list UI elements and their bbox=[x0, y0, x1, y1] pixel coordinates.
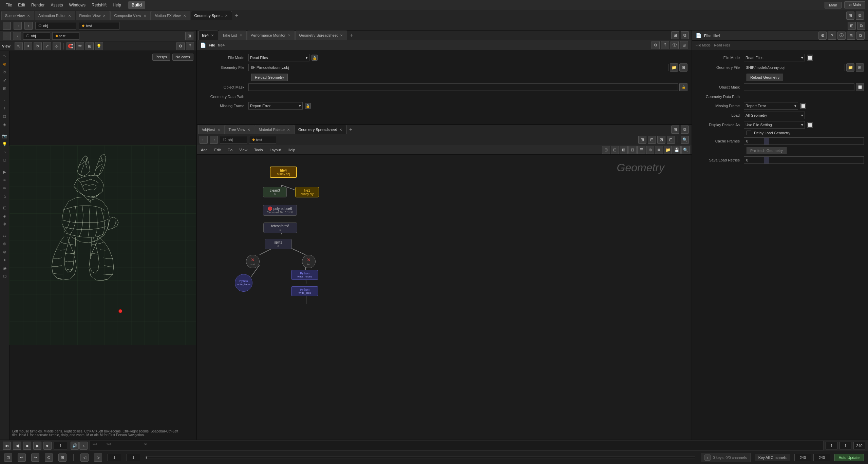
vp-path-test[interactable]: ◆ test bbox=[52, 32, 79, 40]
tab-scene-view-close[interactable]: ✕ bbox=[26, 14, 31, 18]
ne-path-obj[interactable]: ⬡ obj bbox=[220, 136, 247, 143]
tab-file4-close[interactable]: ✕ bbox=[210, 33, 214, 38]
sb-frame-input1[interactable] bbox=[108, 454, 121, 461]
tab-render-view-close[interactable]: ✕ bbox=[102, 14, 106, 18]
icon-sculpt[interactable]: ⌂ bbox=[1, 193, 8, 200]
node-python-write-nodes[interactable]: Python write_nodes bbox=[291, 270, 318, 280]
viewport-3d[interactable]: Persp▾ No cam▾ Left mouse tumbles. Middl… bbox=[10, 51, 196, 440]
tab-obj-test-close[interactable]: ✕ bbox=[217, 128, 221, 132]
prop-missing-frame-lock-top[interactable]: 🔒 bbox=[305, 103, 311, 109]
menu-edit[interactable]: Edit bbox=[15, 1, 28, 9]
outer-tab-add[interactable]: + bbox=[347, 31, 356, 39]
ne-fwd-btn[interactable]: → bbox=[210, 136, 218, 144]
vp-back-btn[interactable]: ← bbox=[3, 32, 11, 40]
icon-paint[interactable]: ✏ bbox=[1, 185, 8, 192]
tab-tree-view[interactable]: Tree View ✕ bbox=[225, 125, 255, 134]
menu-windows[interactable]: Windows bbox=[66, 1, 88, 9]
icon-points[interactable]: · bbox=[1, 96, 8, 104]
ne-menu-layout[interactable]: Layout bbox=[268, 147, 283, 153]
prop-geo-file-input[interactable] bbox=[744, 64, 845, 71]
tool-snap[interactable]: 🧲 bbox=[67, 42, 75, 50]
prop-missing-frame-dropdown[interactable]: Report Error ▾ bbox=[744, 102, 798, 110]
ne-toolbar-btn1[interactable]: ⊞ bbox=[602, 146, 610, 154]
icon-prims[interactable]: ◈ bbox=[1, 121, 8, 128]
ne-toolbar-btn9[interactable]: 💾 bbox=[673, 146, 681, 154]
ne-toolbar-btn7[interactable]: ⊗ bbox=[655, 146, 663, 154]
tab-animation-editor-close[interactable]: ✕ bbox=[68, 14, 72, 18]
frame-display1[interactable] bbox=[794, 454, 811, 461]
ne-menu-go[interactable]: Go bbox=[226, 147, 235, 153]
cam-dropdown[interactable]: No cam▾ bbox=[172, 54, 193, 61]
ne-path-test[interactable]: ◆ test bbox=[249, 136, 276, 143]
icon-misc5[interactable]: ⊗ bbox=[1, 248, 8, 256]
sb-snap-btn2[interactable]: ↩ bbox=[18, 453, 26, 462]
node-null-surf[interactable]: ✕ surf bbox=[246, 255, 260, 268]
prop-save-load-retries-input[interactable] bbox=[744, 156, 764, 164]
node-python-write-faces[interactable]: Python write_faces bbox=[235, 274, 252, 292]
icon-polys[interactable]: □ bbox=[1, 113, 8, 120]
tab-perf-monitor-close[interactable]: ✕ bbox=[287, 33, 291, 38]
tl-play[interactable]: ▶ bbox=[33, 442, 41, 450]
prop-display-packed-dropdown[interactable]: Use File Setting ▾ bbox=[744, 121, 805, 129]
prop-geo-file-expand[interactable]: ⊞ bbox=[856, 63, 864, 72]
tool-rotate[interactable]: ↻ bbox=[34, 42, 42, 50]
fp-info[interactable]: ⓘ bbox=[837, 32, 846, 40]
fp-expand2[interactable]: ⧉ bbox=[856, 32, 865, 40]
ne-menu-tools[interactable]: Tools bbox=[252, 147, 265, 153]
menu-help[interactable]: Help bbox=[110, 1, 124, 9]
ne-toolbar-btn5[interactable]: ☰ bbox=[637, 146, 645, 154]
ne-toolbar-btn8[interactable]: 📁 bbox=[664, 146, 672, 154]
prop-cache-frames-slider[interactable] bbox=[764, 137, 864, 145]
fp-expand-top[interactable]: ⊞ bbox=[680, 41, 688, 49]
sb-frame-input2[interactable] bbox=[127, 454, 140, 461]
tab-take-list[interactable]: Take List ✕ bbox=[219, 31, 246, 40]
prop-cache-frames-input[interactable] bbox=[744, 137, 764, 145]
key-all-channels-btn[interactable]: Key All Channels bbox=[755, 454, 790, 461]
ne-back-btn[interactable]: ← bbox=[200, 136, 208, 144]
tool-scale[interactable]: ⤢ bbox=[43, 42, 51, 50]
sb-snap-btn1[interactable]: ⊡ bbox=[4, 453, 12, 462]
sb-scrubber[interactable] bbox=[146, 456, 695, 459]
nav-up-btn[interactable]: ↑ bbox=[24, 22, 33, 30]
ne-zoom-in[interactable]: 🔍 bbox=[681, 136, 689, 144]
props-toolbar-label2[interactable]: Read Files bbox=[713, 43, 732, 47]
outer-maximize[interactable]: ⊞ bbox=[671, 31, 679, 39]
ne-layout-btn2[interactable]: ⊟ bbox=[648, 136, 656, 144]
tab-motion-fx[interactable]: Motion FX View ✕ bbox=[151, 11, 190, 20]
ne-toolbar-btn10[interactable]: 🔍 bbox=[681, 146, 690, 154]
prop-file-mode-value-top[interactable]: Read Files ▾ bbox=[248, 54, 309, 61]
ne-menu-edit[interactable]: Edit bbox=[212, 147, 223, 153]
icon-edges[interactable]: / bbox=[1, 104, 8, 112]
ne-layout-btn1[interactable]: ⊞ bbox=[638, 136, 646, 144]
tl-rewind[interactable]: ⏮ bbox=[3, 442, 11, 450]
prop-geo-file-expand-top[interactable]: ⊞ bbox=[679, 63, 687, 72]
node-clean3[interactable]: clean3 a bbox=[263, 187, 287, 197]
ne-menu-help[interactable]: Help bbox=[286, 147, 298, 153]
reload-geometry-btn[interactable]: Reload Geometry bbox=[747, 74, 783, 81]
build-btn[interactable]: Build bbox=[128, 1, 145, 9]
ne-toolbar-btn4[interactable]: ⊡ bbox=[628, 146, 637, 154]
tab-render-view[interactable]: Render View ✕ bbox=[76, 11, 110, 20]
prop-obj-mask-input-top[interactable] bbox=[248, 83, 678, 91]
icon-misc6[interactable]: ✦ bbox=[1, 256, 8, 264]
sb-snap-btn5[interactable]: ⊞ bbox=[58, 453, 67, 462]
menu-assets[interactable]: Assets bbox=[48, 1, 65, 9]
icon-misc1[interactable]: ⊡ bbox=[1, 204, 8, 212]
menu-render[interactable]: Render bbox=[29, 1, 47, 9]
prop-geo-file-browse-top[interactable]: 📁 bbox=[670, 63, 678, 72]
fp-help[interactable]: ? bbox=[828, 32, 836, 40]
menu-redshift[interactable]: Redshift bbox=[89, 1, 109, 9]
tool-select[interactable]: ↖ bbox=[15, 42, 23, 50]
icon-scale[interactable]: ⤢ bbox=[1, 77, 8, 84]
prop-obj-mask-lock-top[interactable]: 🔒 bbox=[679, 83, 687, 91]
sb-frame-btn1[interactable]: ◁ bbox=[80, 453, 89, 462]
tab-obj-test[interactable]: /obj/test ✕ bbox=[198, 125, 225, 134]
vp-settings[interactable]: ⚙ bbox=[176, 42, 185, 50]
node-file1[interactable]: file1 bunny.ply bbox=[295, 187, 319, 197]
tab-animation-editor[interactable]: Animation Editor ✕ bbox=[35, 11, 75, 20]
nav-maximize-btn[interactable]: ⊞ bbox=[848, 22, 856, 30]
tab-material-palette-close[interactable]: ✕ bbox=[286, 128, 290, 132]
icon-select[interactable]: ↖ bbox=[1, 52, 8, 60]
tl-current-frame[interactable] bbox=[839, 442, 851, 449]
icon-camera[interactable]: 📷 bbox=[1, 132, 8, 140]
